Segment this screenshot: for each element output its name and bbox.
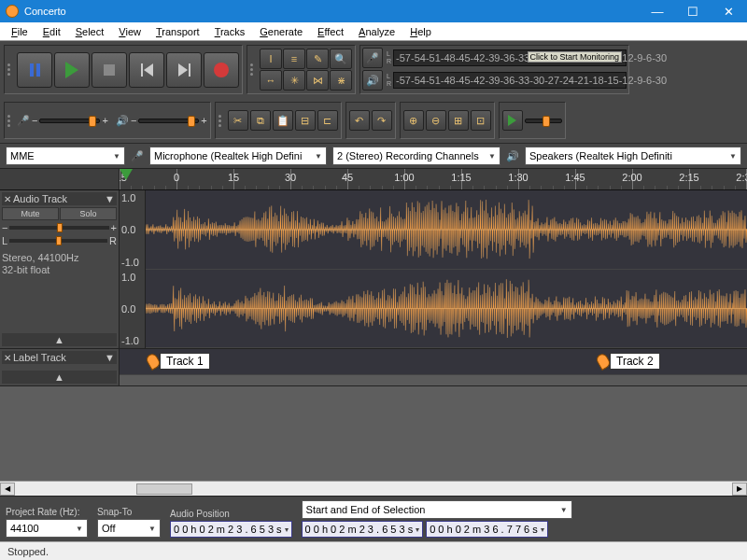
waveform-left[interactable] <box>146 190 747 270</box>
draw-tool-icon[interactable]: ✎ <box>306 49 329 69</box>
lr-label: LR <box>387 73 391 88</box>
paste-icon[interactable]: 📋 <box>273 110 293 131</box>
cut-icon[interactable]: ✂ <box>228 110 248 131</box>
playback-device-combo[interactable]: Speakers (Realtek High Definiti▼ <box>525 147 741 165</box>
mixer-toolbar: 🎤 − + 🔊 − + <box>4 102 211 139</box>
play-meter-speaker-icon[interactable]: 🔊 <box>362 70 383 91</box>
rec-meter-mic-icon[interactable]: 🎤 <box>362 48 383 68</box>
zoom-tool-icon[interactable]: 🔍 <box>330 49 352 69</box>
timeline-ruler[interactable]: -1501530451:001:151:301:452:002:152:30 <box>0 168 747 190</box>
menu-effect[interactable]: Effect <box>310 24 351 39</box>
multi-tool-icon[interactable]: ✳ <box>283 70 305 91</box>
selection-tool-icon[interactable]: I <box>260 49 282 69</box>
recording-volume-slider[interactable] <box>39 119 100 123</box>
horizontal-scrollbar[interactable]: ◀ ▶ <box>0 481 747 496</box>
pan-slider[interactable] <box>9 239 107 243</box>
maximize-button[interactable]: ☐ <box>680 3 706 20</box>
silence-icon[interactable]: ⊏ <box>317 110 338 131</box>
menu-edit[interactable]: Edit <box>35 24 68 39</box>
minimize-button[interactable]: — <box>644 3 670 20</box>
project-rate-combo[interactable]: 44100▼ <box>6 519 88 538</box>
menu-analyze[interactable]: Analyze <box>351 24 402 39</box>
menu-generate[interactable]: Generate <box>252 24 310 39</box>
track-name[interactable]: Label Track <box>13 352 66 363</box>
status-bar: Stopped. <box>0 541 747 560</box>
gain-slider[interactable] <box>9 226 108 230</box>
recording-device-combo[interactable]: Microphone (Realtek High Defini▼ <box>149 147 327 165</box>
fit-selection-icon[interactable]: ⊞ <box>448 110 469 131</box>
playhead-icon[interactable] <box>120 169 133 180</box>
play-at-speed-button[interactable] <box>502 110 523 131</box>
tool-extra-1-icon[interactable]: ⋈ <box>306 70 329 91</box>
close-track-icon[interactable]: ✕ <box>4 194 11 204</box>
stop-button[interactable] <box>92 52 127 88</box>
zoom-in-icon[interactable]: ⊕ <box>403 110 424 131</box>
snap-to-combo[interactable]: Off▼ <box>97 519 161 538</box>
copy-icon[interactable]: ⧉ <box>250 110 271 131</box>
label-lane[interactable]: Track 1Track 2 <box>120 349 747 375</box>
meters-toolbar: 🎤 LR Click to Start Monitoring -57-54-51… <box>359 45 629 94</box>
track-label[interactable]: Track 2 <box>598 353 660 370</box>
track-name[interactable]: Audio Track <box>13 193 67 204</box>
mic-icon: 🎤 <box>17 115 30 127</box>
scroll-left-icon[interactable]: ◀ <box>0 483 15 496</box>
tracks-area: ✕ Audio Track ▼ Mute Solo −+ LR Stereo, … <box>0 190 747 481</box>
close-track-icon[interactable]: ✕ <box>4 353 11 363</box>
track-menu-icon[interactable]: ▼ <box>105 193 115 204</box>
menu-select[interactable]: Select <box>68 24 112 39</box>
vertical-scale: 1.00.0-1.0 <box>120 190 146 270</box>
audio-position-field[interactable]: 0 0 h 0 2 m 2 3 . 6 5 3 s▾ <box>170 521 292 538</box>
play-at-speed-toolbar <box>499 102 566 139</box>
skip-start-button[interactable] <box>129 52 164 88</box>
audio-track: ✕ Audio Track ▼ Mute Solo −+ LR Stereo, … <box>0 190 747 349</box>
grip-icon[interactable] <box>7 49 13 91</box>
timeshift-tool-icon[interactable]: ↔ <box>260 70 282 91</box>
envelope-tool-icon[interactable]: ≡ <box>283 49 305 69</box>
trim-icon[interactable]: ⊟ <box>295 110 316 131</box>
status-text: Stopped. <box>7 546 49 557</box>
redo-icon[interactable]: ↷ <box>372 110 392 131</box>
pause-button[interactable] <box>17 52 52 88</box>
track-control-panel: ✕ Audio Track ▼ Mute Solo −+ LR Stereo, … <box>0 190 120 348</box>
playback-speed-slider[interactable] <box>525 119 562 123</box>
menu-tracks[interactable]: Tracks <box>207 24 253 39</box>
undo-icon[interactable]: ↶ <box>349 110 370 131</box>
zoom-out-icon[interactable]: ⊖ <box>426 110 446 131</box>
scroll-right-icon[interactable]: ▶ <box>732 483 747 496</box>
selection-mode-combo[interactable]: Start and End of Selection▼ <box>302 500 572 519</box>
track-label[interactable]: Track 1 <box>148 353 210 370</box>
fit-project-icon[interactable]: ⊡ <box>471 110 491 131</box>
grip-icon[interactable] <box>7 105 13 135</box>
play-button[interactable] <box>54 52 90 88</box>
tools-toolbar: I ≡ ✎ 🔍 ↔ ✳ ⋈ ⋇ <box>247 45 356 94</box>
skip-end-button[interactable] <box>166 52 202 88</box>
track-control-panel: ✕ Label Track ▼ ▲ <box>0 349 120 385</box>
record-button[interactable] <box>204 52 239 88</box>
collapse-track-icon[interactable]: ▲ <box>2 371 117 384</box>
scrollbar-thumb[interactable] <box>136 483 192 495</box>
grip-icon[interactable] <box>218 105 224 135</box>
menu-help[interactable]: Help <box>402 24 439 39</box>
app-icon <box>6 5 19 18</box>
window-title: Concerto <box>24 6 644 17</box>
recording-meter[interactable]: Click to Start Monitoring -57-54-51-48-4… <box>393 49 627 66</box>
snap-to-label: Snap-To <box>97 507 161 517</box>
recording-channels-combo[interactable]: 2 (Stereo) Recording Channels▼ <box>332 147 500 165</box>
menu-file[interactable]: File <box>4 24 35 39</box>
audio-host-combo[interactable]: MME▼ <box>6 147 125 165</box>
playback-volume-slider[interactable] <box>138 119 199 123</box>
selection-end-field[interactable]: 0 0 h 0 2 m 3 6 . 7 7 6 s▾ <box>426 521 548 538</box>
meter-hint: Click to Start Monitoring <box>528 51 623 63</box>
waveform-right[interactable] <box>146 270 747 349</box>
selection-start-field[interactable]: 0 0 h 0 2 m 2 3 . 6 5 3 s▾ <box>302 521 424 538</box>
mute-button[interactable]: Mute <box>2 207 59 220</box>
playback-meter[interactable]: -57-54-51-48-45-42-39-36-33-30-27-24-21-… <box>393 72 627 89</box>
menu-transport[interactable]: Transport <box>148 24 207 39</box>
tool-extra-2-icon[interactable]: ⋇ <box>330 70 352 91</box>
solo-button[interactable]: Solo <box>60 207 117 220</box>
track-menu-icon[interactable]: ▼ <box>105 352 115 363</box>
collapse-track-icon[interactable]: ▲ <box>2 333 117 346</box>
grip-icon[interactable] <box>250 49 256 91</box>
close-button[interactable]: ✕ <box>715 3 741 20</box>
menu-view[interactable]: View <box>111 24 148 39</box>
